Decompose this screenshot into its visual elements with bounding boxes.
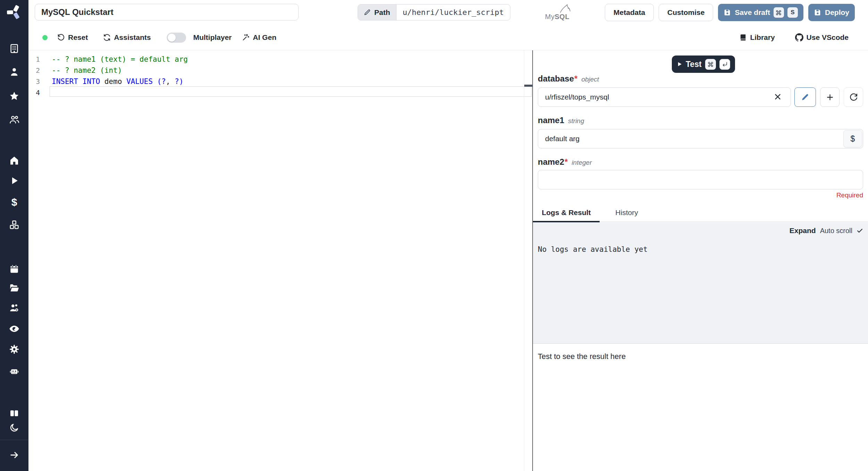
sidebar-item-settings[interactable]	[0, 344, 28, 354]
deploy-label: Deploy	[825, 8, 849, 17]
clear-database-button[interactable]	[773, 92, 782, 101]
variable-picker-button[interactable]: $	[843, 130, 862, 147]
field-label-name2: name2* integer	[538, 157, 592, 167]
sidebar-item-docs[interactable]	[0, 408, 28, 419]
star-icon	[9, 91, 19, 101]
sidebar-item-schedules[interactable]	[0, 264, 28, 274]
logs-panel: Expand Auto scroll No logs are available…	[533, 222, 868, 343]
moon-icon	[9, 423, 19, 433]
boxes-icon	[9, 220, 19, 230]
pencil-icon	[801, 93, 810, 102]
user-icon	[9, 67, 19, 77]
code-line[interactable]: 3 INSERT INTO demo VALUES (?, ?)	[28, 76, 532, 87]
sidebar-logo[interactable]	[0, 4, 28, 19]
sidebar-item-variables[interactable]: $	[0, 197, 28, 207]
path-chip[interactable]: Path	[358, 5, 397, 20]
sidebar-item-workspace[interactable]	[0, 43, 28, 54]
enter-key-badge	[719, 59, 730, 70]
mysql-dolphin-icon	[558, 3, 572, 15]
sidebar-item-folders[interactable]	[0, 283, 28, 293]
deploy-button[interactable]: Deploy	[808, 4, 855, 21]
required-error: Required	[836, 191, 863, 199]
line-number: 1	[28, 55, 40, 63]
edit-resource-button[interactable]	[794, 87, 816, 107]
sidebar-item-user[interactable]	[0, 67, 28, 77]
expand-button[interactable]: Expand	[790, 226, 816, 235]
save-draft-button[interactable]: Save draft S	[718, 4, 803, 21]
assistants-button[interactable]: Assistants	[103, 33, 151, 42]
mysql-language-logo: MySQL	[538, 3, 576, 23]
users-cog-icon	[9, 303, 19, 313]
tab-history[interactable]: History	[604, 203, 649, 222]
code-line[interactable]: 1 -- ? name1 (text) = default arg	[28, 54, 532, 65]
path-value: u/henri/luckier_script	[397, 5, 510, 20]
add-resource-button[interactable]	[820, 87, 840, 107]
code-line[interactable]: 2 -- ? name2 (int)	[28, 65, 532, 76]
x-icon	[773, 92, 782, 101]
database-input[interactable]	[538, 87, 791, 107]
sidebar-item-groups[interactable]	[0, 303, 28, 313]
test-button[interactable]: Test	[672, 55, 735, 73]
cmd-key-badge	[705, 59, 716, 70]
save-draft-label: Save draft	[735, 8, 770, 17]
return-icon	[722, 61, 728, 67]
robot-icon	[9, 366, 19, 376]
use-vscode-button[interactable]: Use VScode	[795, 33, 849, 42]
building-icon	[9, 43, 19, 54]
script-title-input[interactable]	[35, 4, 299, 20]
windmill-logo-icon	[7, 4, 22, 19]
save-icon	[724, 9, 731, 16]
code-statement: INSERT INTO demo VALUES (?, ?)	[40, 77, 183, 86]
sidebar-expand-button[interactable]	[0, 450, 28, 460]
sidebar-item-workers[interactable]	[0, 366, 28, 376]
save-icon	[814, 9, 821, 16]
toggle-knob	[168, 34, 176, 42]
logs-empty-message: No logs are available yet	[538, 245, 648, 254]
magic-wand-icon	[242, 34, 250, 41]
customise-button[interactable]: Customise	[659, 4, 713, 21]
line-number: 2	[28, 66, 40, 75]
multiplayer-toggle[interactable]	[167, 33, 186, 43]
code-comment: -- ? name1 (text) = default arg	[52, 55, 188, 63]
dollar-icon: $	[851, 134, 855, 144]
field-label-database: database* object	[538, 74, 599, 84]
ai-gen-button[interactable]: AI Gen	[242, 33, 276, 42]
code-editor[interactable]: 1 -- ? name1 (text) = default arg 2 -- ?…	[28, 50, 532, 471]
metadata-button[interactable]: Metadata	[605, 4, 654, 21]
calendar-icon	[9, 264, 19, 274]
multiplayer-label: Multiplayer	[193, 33, 232, 42]
command-icon	[708, 61, 713, 67]
command-icon	[776, 10, 782, 16]
run-panel: Test database* object	[533, 50, 868, 471]
sidebar-item-runs[interactable]	[0, 175, 28, 186]
rotate-cw-icon	[849, 93, 858, 102]
line-number: 3	[28, 77, 40, 86]
topbar: Path u/henri/luckier_script MySQL Metada…	[28, 0, 868, 25]
dollar-icon: $	[11, 197, 17, 207]
sidebar-item-audit-logs[interactable]	[0, 324, 28, 334]
code-line[interactable]: 4	[28, 87, 532, 98]
tab-logs-result[interactable]: Logs & Result	[533, 203, 600, 222]
name2-input[interactable]	[538, 170, 863, 189]
sidebar-item-users[interactable]	[0, 114, 28, 125]
editor-toolbar: Reset Assistants Multiplayer AI Gen Libr…	[28, 25, 868, 50]
pencil-icon	[364, 9, 371, 16]
sidebar-item-home[interactable]	[0, 155, 28, 166]
cmd-key-badge	[774, 7, 784, 18]
refresh-resources-button[interactable]	[844, 87, 863, 107]
path-label: Path	[374, 8, 390, 17]
path-group[interactable]: Path u/henri/luckier_script	[358, 4, 510, 20]
sidebar-item-resources[interactable]	[0, 220, 28, 230]
sidebar-divider	[0, 440, 28, 440]
reset-button[interactable]: Reset	[57, 33, 88, 42]
autoscroll-label[interactable]: Auto scroll	[820, 227, 852, 235]
sidebar-item-theme-toggle[interactable]	[0, 423, 28, 433]
sidebar-item-favorites[interactable]	[0, 91, 28, 101]
name1-input[interactable]	[538, 129, 863, 148]
sidebar: $	[0, 0, 28, 471]
play-icon	[9, 175, 19, 186]
library-button[interactable]: Library	[739, 33, 775, 42]
cursor-position-marker	[524, 85, 532, 87]
check-icon[interactable]	[857, 228, 863, 234]
result-placeholder: Test to see the result here	[538, 352, 626, 361]
